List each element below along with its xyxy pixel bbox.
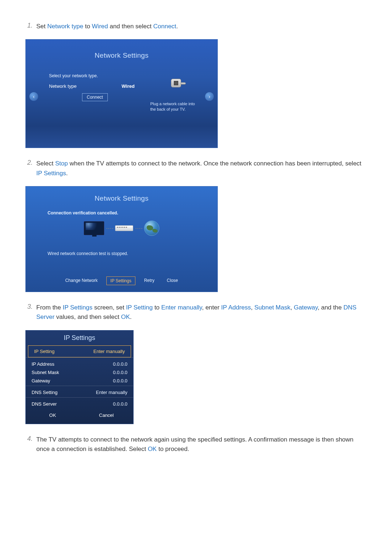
step-1-number: 1. (25, 22, 36, 31)
connection-diagram: ···· ···· (26, 221, 217, 236)
close-button[interactable]: Close (163, 276, 182, 285)
gateway-row[interactable]: Gateway 0.0.0.0 (26, 377, 133, 385)
dns-server-row[interactable]: DNS Server 0.0.0.0 (26, 400, 133, 408)
dns-setting-label: DNS Setting (32, 390, 58, 395)
network-type-label: Network type (49, 83, 122, 89)
gateway-label: Gateway (32, 378, 50, 383)
dns-server-label: DNS Server (32, 401, 57, 407)
ip-address-value: 0.0.0.0 (113, 361, 127, 367)
tv-icon (84, 221, 104, 235)
step-2-number: 2. (25, 159, 36, 178)
step-1-text: Set Network type to Wired and then selec… (36, 22, 178, 31)
ip-setting-label: IP Setting (34, 349, 54, 354)
dots-icon: ···· (106, 226, 113, 231)
dots-icon: ···· (135, 226, 142, 231)
connect-button[interactable]: Connect (82, 93, 108, 101)
ip-setting-value: Enter manually (93, 349, 125, 354)
globe-icon (144, 221, 159, 236)
router-icon (115, 225, 133, 231)
subnet-mask-value: 0.0.0.0 (113, 370, 127, 375)
ok-button[interactable]: OK (26, 413, 79, 418)
ip-address-label: IP Address (32, 361, 54, 367)
change-network-button[interactable]: Change Network (62, 276, 101, 285)
step-3-number: 3. (25, 303, 36, 322)
ip-setting-row[interactable]: IP Setting Enter manually (28, 345, 131, 357)
step-4-number: 4. (25, 435, 36, 454)
network-type-value: Wired (122, 83, 135, 89)
ip-address-row[interactable]: IP Address 0.0.0.0 (26, 360, 133, 368)
network-type-row[interactable]: Network type Wired (49, 83, 217, 89)
panel2-status-2: Wired network connection test is stopped… (48, 251, 217, 256)
connection-cancelled-panel: Network Settings Connection verification… (25, 186, 218, 292)
nav-right-icon[interactable]: › (205, 92, 214, 101)
cable-tip-text: Plug a network cable into the back of yo… (150, 101, 197, 112)
panel1-subtitle: Select your network type. (49, 73, 217, 78)
subnet-mask-row[interactable]: Subnet Mask 0.0.0.0 (26, 368, 133, 377)
network-settings-panel: Network Settings Select your network typ… (25, 39, 218, 148)
panel3-title: IP Settings (26, 331, 133, 345)
dns-server-value: 0.0.0.0 (113, 401, 127, 407)
ethernet-jack-icon (167, 76, 185, 90)
step-3-text: From the IP Settings screen, set IP Sett… (36, 303, 367, 322)
step-4-text: The TV attempts to connect to the networ… (36, 435, 367, 454)
cancel-button[interactable]: Cancel (79, 413, 133, 418)
nav-left-icon[interactable]: ‹ (29, 92, 38, 101)
panel1-title: Network Settings (26, 40, 217, 59)
dns-setting-value: Enter manually (96, 390, 127, 395)
step-2-text: Select Stop when the TV attempts to conn… (36, 159, 367, 178)
panel2-status-1: Connection verification cancelled. (48, 210, 217, 216)
ip-settings-panel: IP Settings IP Setting Enter manually IP… (25, 330, 134, 424)
ip-settings-button[interactable]: IP Settings (106, 276, 135, 285)
dns-setting-row[interactable]: DNS Setting Enter manually (26, 388, 133, 397)
panel2-title: Network Settings (26, 186, 217, 202)
gateway-value: 0.0.0.0 (113, 378, 127, 383)
retry-button[interactable]: Retry (140, 276, 158, 285)
subnet-mask-label: Subnet Mask (32, 370, 59, 375)
